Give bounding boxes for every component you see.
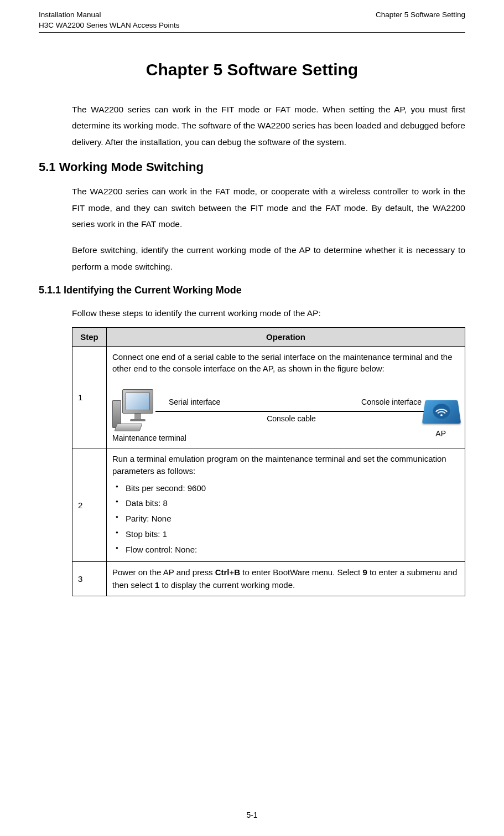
- list-item: Flow control: None:: [116, 542, 459, 558]
- table-header-row: Step Operation: [72, 327, 465, 346]
- list-item: Data bits: 8: [116, 496, 459, 511]
- col-step: Step: [72, 327, 107, 346]
- step-1-intro: Connect one end of a serial cable to the…: [112, 351, 459, 375]
- console-cable-label: Console cable: [267, 414, 316, 423]
- section-5-1-1-intro: Follow these steps to identify the curre…: [72, 305, 465, 321]
- b-key: B: [234, 567, 240, 577]
- serial-interface-label: Serial interface: [169, 398, 220, 406]
- table-row: 3 Power on the AP and press Ctrl+B to en…: [72, 562, 465, 596]
- page-footer: 5-1: [0, 811, 504, 819]
- maintenance-terminal-label: Maintenance terminal: [112, 434, 186, 442]
- header-right: Chapter 5 Software Setting: [376, 10, 465, 31]
- col-operation: Operation: [107, 327, 465, 346]
- step-3-operation: Power on the AP and press Ctrl+B to ente…: [107, 562, 465, 596]
- ap-label: AP: [435, 429, 446, 438]
- header-left: Installation Manual H3C WA2200 Series WL…: [39, 10, 180, 31]
- console-cable-line: [155, 411, 427, 412]
- header-left-line2: H3C WA2200 Series WLAN Access Points: [39, 20, 180, 31]
- section-5-1-p2: Before switching, identify the current w…: [72, 242, 465, 275]
- monitor-base: [130, 419, 146, 421]
- table-row: 2 Run a terminal emulation program on th…: [72, 448, 465, 562]
- step-3-text-p4: to display the current working mode.: [159, 580, 295, 590]
- page-number: 5-1: [246, 811, 257, 819]
- header-right-line2: Chapter 5 Software Setting: [376, 10, 465, 20]
- step-number: 3: [72, 562, 107, 596]
- steps-table: Step Operation 1 Connect one end of a se…: [72, 327, 465, 597]
- wifi-signal-icon: [431, 402, 453, 420]
- monitor-stand: [134, 414, 141, 419]
- one-key: 1: [155, 580, 159, 590]
- step-number: 2: [72, 448, 107, 562]
- list-item: Stop bits: 1: [116, 527, 459, 542]
- connection-diagram: Serial interface Console interface Conso…: [112, 380, 459, 441]
- step-3-text-p1: Power on the AP and press: [112, 567, 215, 577]
- keyboard-icon: [114, 424, 142, 431]
- section-5-1-heading: 5.1 Working Mode Switching: [39, 160, 465, 174]
- nine-key: 9: [362, 567, 367, 577]
- table-row: 1 Connect one end of a serial cable to t…: [72, 346, 465, 448]
- monitor-screen: [126, 393, 150, 410]
- monitor-icon: [122, 389, 153, 414]
- list-item: Parity: None: [116, 511, 459, 527]
- section-5-1-p1: The WA2200 series can work in the FAT mo…: [72, 183, 465, 232]
- maintenance-terminal-icon: [112, 389, 159, 432]
- step-2-operation: Run a terminal emulation program on the …: [107, 448, 465, 562]
- step-3-text-p2: to enter BootWare menu. Select: [240, 567, 362, 577]
- cable-section: Serial interface Console interface Conso…: [159, 394, 424, 427]
- intro-paragraph: The WA2200 series can work in the FIT mo…: [72, 101, 465, 150]
- step-1-operation: Connect one end of a serial cable to the…: [107, 346, 465, 448]
- step-number: 1: [72, 346, 107, 448]
- console-interface-label: Console interface: [361, 398, 422, 406]
- ap-device-icon: [422, 400, 461, 424]
- parameters-list: Bits per second: 9600 Data bits: 8 Parit…: [112, 481, 459, 558]
- chapter-title: Chapter 5 Software Setting: [39, 60, 465, 79]
- plus-sign: +: [230, 567, 235, 577]
- list-item: Bits per second: 9600: [116, 481, 459, 496]
- page: Installation Manual H3C WA2200 Series WL…: [0, 0, 504, 836]
- header-left-line1: Installation Manual: [39, 10, 180, 20]
- header-divider: [39, 32, 465, 33]
- ctrl-key: Ctrl: [215, 567, 230, 577]
- page-header: Installation Manual H3C WA2200 Series WL…: [39, 10, 465, 31]
- step-2-intro: Run a terminal emulation program on the …: [112, 453, 459, 477]
- section-5-1-1-heading: 5.1.1 Identifying the Current Working Mo…: [39, 285, 465, 296]
